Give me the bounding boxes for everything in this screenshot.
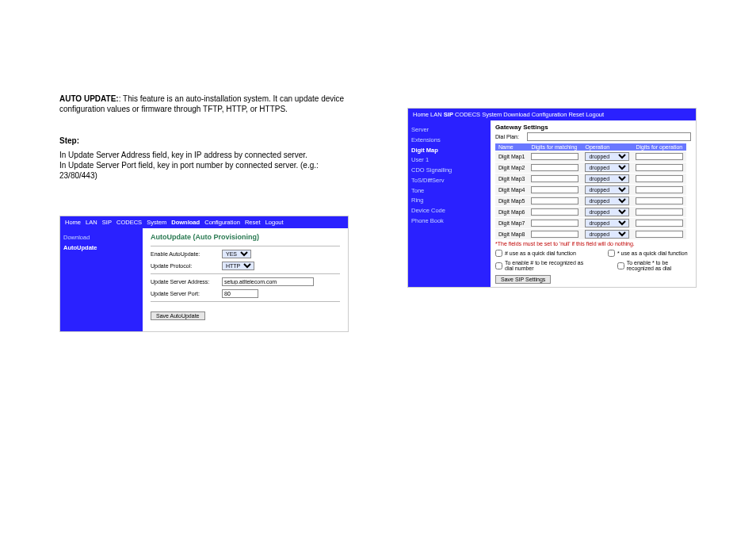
digitmap-op-select[interactable]: dropped — [585, 197, 629, 205]
nav-download[interactable]: Download — [171, 219, 200, 226]
save-sip-button[interactable]: Save SIP Settings — [495, 275, 551, 284]
digitmap-match-input[interactable] — [531, 231, 578, 238]
sidebar-item-extensions[interactable]: Extensions — [411, 136, 491, 146]
table-row: Digit Map4dropped — [495, 185, 686, 196]
digitmap-match-input[interactable] — [531, 186, 578, 193]
digitmap-name: Digit Map8 — [495, 229, 528, 240]
panel2-sidebar: Server Extensions Digit Map User 1 CDO S… — [408, 120, 491, 287]
col-digits: Digits for operation — [632, 143, 686, 151]
table-row: Digit Map5dropped — [495, 196, 686, 207]
digitmap-digits-input[interactable] — [636, 153, 683, 160]
nav-codecs[interactable]: CODECS — [116, 219, 142, 226]
digitmap-table: Name Digits for matching Operation Digit… — [495, 143, 686, 239]
update-protocol-label: Update Protocol: — [151, 263, 222, 269]
nav2-download[interactable]: Download — [503, 111, 529, 118]
digitmap-digits-input[interactable] — [636, 231, 683, 238]
digitmap-match-input[interactable] — [531, 164, 578, 171]
digitmap-panel: Home LAN SIP CODECS System Download Conf… — [407, 108, 697, 288]
digitmap-op-select[interactable]: dropped — [585, 185, 629, 194]
sidebar-item-digitmap[interactable]: Digit Map — [411, 146, 491, 156]
digitmap-op-select[interactable]: dropped — [585, 219, 629, 227]
feature-text: AUTO UPDATE:: This feature is an auto-in… — [59, 94, 349, 114]
panel1-topnav: Home LAN SIP CODECS System Download Conf… — [60, 216, 348, 228]
digitmap-digits-input[interactable] — [636, 220, 683, 227]
nav-lan[interactable]: LAN — [86, 219, 97, 226]
step-desc-1: In Update Server Address field, key in I… — [59, 150, 349, 160]
col-match: Digits for matching — [528, 143, 582, 151]
digitmap-op-select[interactable]: dropped — [585, 163, 629, 172]
digitmap-name: Digit Map1 — [495, 151, 528, 162]
digitmap-match-input[interactable] — [531, 208, 578, 216]
panel1-sidebar: Download AutoUpdate — [60, 228, 143, 331]
step-desc-2: In Update Server Port field, key in port… — [59, 160, 349, 181]
sidebar-item-server[interactable]: Server — [411, 125, 491, 136]
sidebar-item-tone[interactable]: Tone — [411, 186, 491, 197]
digitmap-digits-input[interactable] — [636, 175, 683, 182]
digitmap-name: Digit Map7 — [495, 218, 528, 229]
digitmap-digits-input[interactable] — [636, 197, 683, 204]
table-row: Digit Map3dropped — [495, 174, 686, 185]
digitmap-name: Digit Map5 — [495, 196, 528, 207]
check-star-quick[interactable]: * use as a quick dial function — [608, 250, 688, 257]
digitmap-op-select[interactable]: dropped — [585, 230, 629, 239]
sidebar-item-ring[interactable]: Ring — [411, 196, 491, 206]
digitmap-match-input[interactable] — [531, 175, 578, 182]
col-operation: Operation — [582, 143, 632, 151]
sidebar-item-download[interactable]: Download — [63, 233, 143, 243]
digitmap-match-input[interactable] — [531, 153, 578, 160]
nav-reset[interactable]: Reset — [245, 219, 261, 226]
sidebar-item-cdo[interactable]: CDO Signalling — [411, 166, 491, 176]
nav2-logout[interactable]: Logout — [586, 111, 604, 118]
sidebar-item-user1[interactable]: User 1 — [411, 155, 491, 166]
digitmap-op-select[interactable]: dropped — [585, 174, 629, 183]
digitmap-match-input[interactable] — [531, 197, 578, 204]
enable-autoupdate-label: Enable AutoUpdate: — [151, 251, 222, 257]
enable-autoupdate-select[interactable]: YES — [222, 250, 251, 258]
autoupdate-panel: Home LAN SIP CODECS System Download Conf… — [59, 216, 349, 332]
nav-home[interactable]: Home — [65, 219, 81, 226]
step-heading: Step: — [59, 136, 349, 145]
server-address-label: Update Server Address: — [151, 279, 222, 285]
nav2-home[interactable]: Home — [413, 111, 429, 118]
sidebar-item-phonebook[interactable]: Phone Book — [411, 216, 491, 227]
nav2-sip[interactable]: SIP — [444, 111, 453, 118]
sidebar-item-tos[interactable]: ToS/DiffServ — [411, 176, 491, 186]
col-name: Name — [495, 143, 528, 151]
table-row: Digit Map2dropped — [495, 162, 686, 174]
check-hash-quick[interactable]: # use as a quick dial function — [495, 250, 576, 257]
check-star-dial[interactable]: To enable * to be recognized as dial — [617, 260, 691, 271]
digitmap-note: *The fields must be set to 'null' if thi… — [495, 239, 691, 248]
digitmap-name: Digit Map2 — [495, 162, 528, 174]
dial-plan-input[interactable] — [527, 132, 691, 141]
digitmap-op-select[interactable]: dropped — [585, 152, 629, 161]
save-autoupdate-button[interactable]: Save AutoUpdate — [151, 311, 205, 320]
server-address-input[interactable] — [222, 277, 314, 286]
nav-logout[interactable]: Logout — [265, 219, 284, 226]
digitmap-digits-input[interactable] — [636, 186, 683, 193]
nav2-reset[interactable]: Reset — [568, 111, 584, 118]
gateway-settings-title: Gateway Settings — [495, 124, 691, 132]
nav2-lan[interactable]: LAN — [430, 111, 442, 118]
nav-system[interactable]: System — [147, 219, 166, 226]
nav2-config[interactable]: Configuration — [532, 111, 567, 118]
nav2-codecs[interactable]: CODECS — [455, 111, 480, 118]
update-protocol-select[interactable]: HTTP — [222, 262, 254, 270]
panel2-topnav: Home LAN SIP CODECS System Download Conf… — [408, 109, 696, 120]
digitmap-digits-input[interactable] — [636, 164, 683, 171]
sidebar-item-devicecode[interactable]: Device Code — [411, 206, 491, 216]
nav-sip[interactable]: SIP — [102, 219, 112, 226]
table-row: Digit Map6dropped — [495, 207, 686, 218]
sidebar-item-autoupdate[interactable]: AutoUpdate — [63, 243, 143, 254]
table-row: Digit Map8dropped — [495, 229, 686, 240]
nav2-system[interactable]: System — [482, 111, 502, 118]
check-hash-dial[interactable]: To enable # to be recognized as dial num… — [495, 260, 586, 271]
table-row: Digit Map1dropped — [495, 151, 686, 162]
digitmap-op-select[interactable]: dropped — [585, 208, 629, 216]
digitmap-name: Digit Map3 — [495, 174, 528, 185]
server-port-input[interactable] — [222, 289, 258, 298]
digitmap-name: Digit Map4 — [495, 185, 528, 196]
digitmap-match-input[interactable] — [531, 220, 578, 227]
digitmap-digits-input[interactable] — [636, 208, 683, 216]
dial-plan-label: Dial Plan: — [495, 134, 527, 139]
nav-config[interactable]: Configuration — [204, 219, 240, 226]
